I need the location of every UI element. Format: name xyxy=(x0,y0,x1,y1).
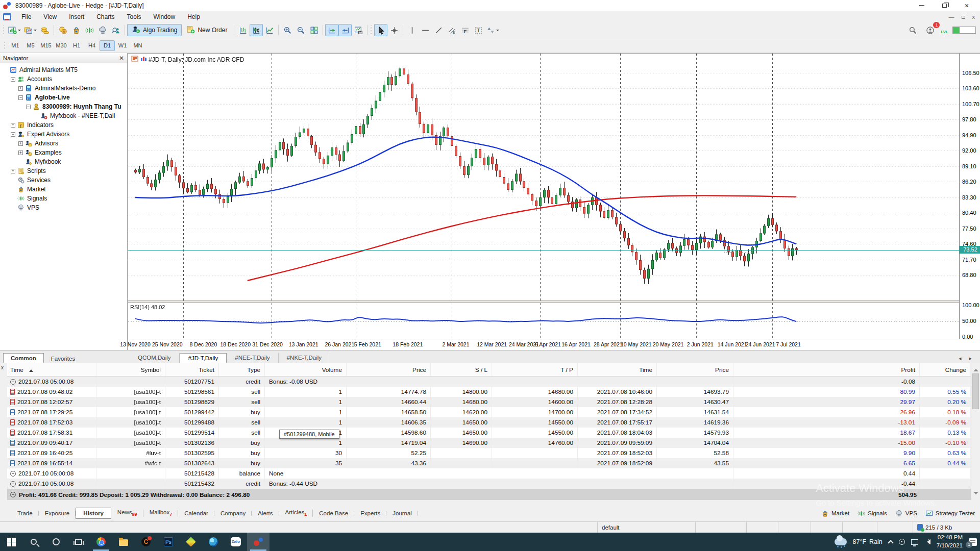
chart-tab--nke-t-daily[interactable]: #NKE-T,Daily xyxy=(279,353,330,363)
menu-tools[interactable]: Tools xyxy=(121,12,148,22)
signals-button[interactable] xyxy=(83,24,96,36)
gem-app-icon[interactable] xyxy=(180,533,202,551)
minimize-button[interactable] xyxy=(911,0,933,11)
navigator-close-icon[interactable]: ✕ xyxy=(119,55,124,61)
minus-expand-icon[interactable]: − xyxy=(26,105,31,109)
tree-item-aglobe-live[interactable]: −Aglobe-Live xyxy=(0,93,127,102)
minus-expand-icon[interactable]: − xyxy=(18,95,23,100)
history-row-501299488[interactable]: 2021.07.08 17:52:03[usa100]-t501299488se… xyxy=(7,417,971,428)
history-row-501299442[interactable]: 2021.07.08 17:29:25[usa100]-t501299442bu… xyxy=(7,407,971,417)
new-chart-button[interactable] xyxy=(7,24,22,36)
history-scrollbar[interactable] xyxy=(971,363,980,500)
history-row-501302595[interactable]: 2021.07.09 16:40:25#luv-t501302595buy305… xyxy=(7,448,971,458)
photoshop-icon[interactable]: Ps xyxy=(157,533,180,551)
edge-icon[interactable] xyxy=(202,533,225,551)
trendline-button[interactable] xyxy=(432,24,445,36)
market-button[interactable]: Market xyxy=(821,510,849,517)
market-button[interactable] xyxy=(69,24,83,36)
profile-cell[interactable]: default xyxy=(597,522,695,533)
toolbox-tab-history[interactable]: History xyxy=(76,508,111,519)
menu-window[interactable]: Window xyxy=(148,12,182,22)
toolbox-tab-code-base[interactable]: Code Base xyxy=(313,509,354,518)
plus-expand-icon[interactable]: + xyxy=(18,86,23,91)
chart-tab-scroll-arrows[interactable]: ◂ ▸ xyxy=(959,355,980,363)
tile-windows-button[interactable] xyxy=(307,24,321,36)
toolbox-tab-exposure[interactable]: Exposure xyxy=(39,509,76,518)
column-header-symbol[interactable]: Symbol xyxy=(96,363,165,376)
cortana-icon[interactable] xyxy=(45,533,67,551)
toolbox-tab-experts[interactable]: Experts xyxy=(354,509,386,518)
vps-button[interactable] xyxy=(96,24,109,36)
scroll-up-icon[interactable] xyxy=(973,366,978,371)
chart-tab--nee-t-daily[interactable]: #NEE-T,Daily xyxy=(227,353,278,363)
scroll-thumb[interactable] xyxy=(972,373,979,409)
tree-item-examples[interactable]: +Examples xyxy=(0,148,127,157)
tree-item-indicators[interactable]: +fIndicators xyxy=(0,120,127,130)
search-icon[interactable] xyxy=(906,24,919,36)
taskbar-search-icon[interactable] xyxy=(22,533,45,551)
toolbox-tab-trade[interactable]: Trade xyxy=(11,509,39,518)
tree-item-myfxbook[interactable]: Myfxbook xyxy=(0,157,127,166)
date-axis[interactable]: 13 Nov 202025 Nov 20208 Dec 202018 Dec 2… xyxy=(128,339,980,350)
column-header-price[interactable]: Price xyxy=(347,363,431,376)
toolbox-tab-calendar[interactable]: Calendar xyxy=(178,509,214,518)
templates-button[interactable] xyxy=(352,24,365,36)
lvl-icon[interactable]: LVL xyxy=(941,26,948,34)
menu-view[interactable]: View xyxy=(37,12,63,22)
column-header-s-l[interactable]: S / L xyxy=(431,363,492,376)
chart-tab--jd-t-daily[interactable]: #JD-T,Daily xyxy=(180,353,227,363)
close-button[interactable]: × xyxy=(955,0,978,11)
column-header-time[interactable]: Time xyxy=(7,363,96,376)
line-chart-button[interactable] xyxy=(263,24,276,36)
fibonacci-button[interactable]: F xyxy=(458,24,472,36)
toolbox-tab-articles[interactable]: Articles1 xyxy=(279,508,313,518)
zalo-icon[interactable]: Zalo xyxy=(225,533,247,551)
menu-insert[interactable]: Insert xyxy=(63,12,90,22)
history-row-501302136[interactable]: 2021.07.09 09:40:17[usa100]-t501302136bu… xyxy=(7,438,971,448)
tray-volume-icon[interactable] xyxy=(924,539,930,544)
tree-item-myfxbook-nee-t-dail[interactable]: Myfxbook - #NEE-T,Dail xyxy=(0,111,127,120)
toolbox-tab-news[interactable]: News99 xyxy=(111,508,143,518)
toolbox-tab-journal[interactable]: Journal xyxy=(386,509,418,518)
algo-trading-button[interactable]: Algo Trading xyxy=(127,24,182,36)
timeframe-m5[interactable]: M5 xyxy=(23,40,38,51)
price-axis[interactable]: 106.50103.60100.7097.8094.9092.0089.1086… xyxy=(959,54,980,350)
column-header-volume[interactable]: Volume xyxy=(265,363,347,376)
cursor-button[interactable] xyxy=(374,24,387,36)
timeframe-mn[interactable]: MN xyxy=(130,40,145,51)
tree-item-expert-advisors[interactable]: −Expert Advisors xyxy=(0,130,127,139)
scroll-down-icon[interactable] xyxy=(973,492,978,497)
objects-button[interactable] xyxy=(485,24,501,36)
history-row-501298829[interactable]: 2021.07.08 12:02:57[usa100]-t501298829se… xyxy=(7,397,971,407)
child-restore-icon[interactable] xyxy=(962,14,965,20)
action-center-icon[interactable]: 1 xyxy=(969,538,977,546)
toolbox-close-icon[interactable]: x xyxy=(1,365,4,370)
tree-item-advisors[interactable]: +Advisors xyxy=(0,139,127,148)
column-header-time[interactable]: Time xyxy=(578,363,657,376)
chart-canvas[interactable] xyxy=(128,54,959,300)
timeframe-d1[interactable]: D1 xyxy=(100,40,115,51)
channel-button[interactable]: E xyxy=(445,24,458,36)
weather-text[interactable]: 87°FRain xyxy=(853,538,883,545)
ctrader-icon[interactable]: C xyxy=(135,533,157,551)
column-header-t-p[interactable]: T / P xyxy=(492,363,578,376)
plus-expand-icon[interactable]: + xyxy=(11,169,15,173)
tree-item-signals[interactable]: Signals xyxy=(0,194,127,203)
crosshair-button[interactable] xyxy=(387,24,401,36)
mt5-taskbar-icon[interactable] xyxy=(247,533,270,551)
zoom-out-button[interactable] xyxy=(294,24,307,36)
tray-record-icon[interactable] xyxy=(899,539,905,545)
tree-item-admiralmarkets-demo[interactable]: +AdmiralMarkets-Demo xyxy=(0,84,127,93)
tree-item-services[interactable]: Services xyxy=(0,176,127,185)
signals-button[interactable]: Signals xyxy=(857,510,887,517)
candle-chart-button[interactable] xyxy=(250,24,263,36)
history-row-501299514[interactable]: 2021.07.08 17:58:31[usa100]-t501299514se… xyxy=(7,428,971,438)
chrome-icon[interactable] xyxy=(90,533,112,551)
chart-shift-button[interactable] xyxy=(338,24,352,36)
assets-button[interactable] xyxy=(38,24,52,36)
column-header-ticket[interactable]: Ticket xyxy=(165,363,219,376)
timeframe-h1[interactable]: H1 xyxy=(69,40,84,51)
chart-tab-qcom-daily[interactable]: QCOM,Daily xyxy=(130,353,180,363)
menu-charts[interactable]: Charts xyxy=(90,12,120,22)
profiles-button[interactable] xyxy=(22,24,38,36)
